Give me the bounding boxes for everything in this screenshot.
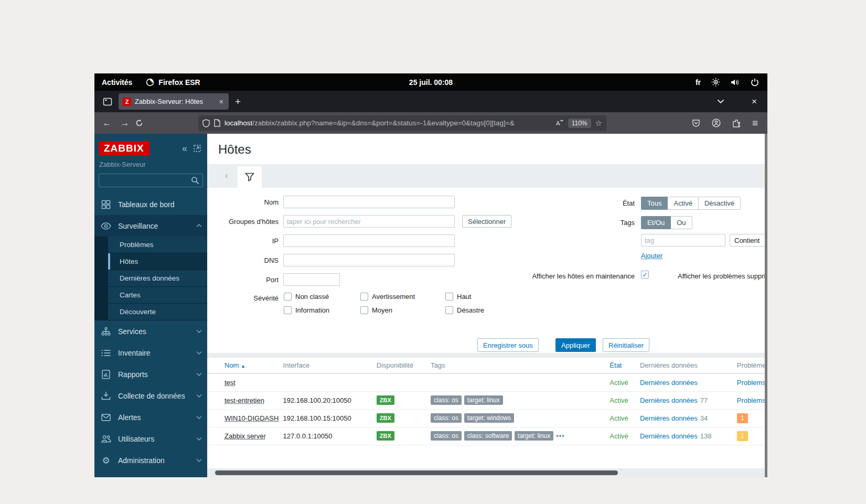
host-name-link[interactable]: WIN10-DIGDASH (224, 414, 279, 422)
filter-collapse-chevron-icon[interactable]: ‹ (225, 170, 228, 181)
extensions-puzzle-icon[interactable] (732, 119, 741, 127)
shield-icon[interactable] (202, 119, 210, 127)
sort-by-name-header[interactable]: Nom ▲ (224, 361, 245, 369)
volume-icon[interactable] (731, 78, 740, 87)
pocket-icon[interactable] (692, 119, 700, 127)
add-tag-link[interactable]: Ajouter (641, 252, 662, 260)
host-name-link[interactable]: test (224, 379, 236, 387)
checkbox[interactable] (284, 293, 292, 301)
tag-operator-select[interactable]: Contient (730, 234, 767, 246)
sidebar-item-users[interactable]: Utilisateurs (94, 428, 207, 449)
host-status[interactable]: Activé (610, 414, 628, 422)
sidebar-item-data-collection[interactable]: Collecte de données (94, 385, 207, 406)
keyboard-layout-indicator[interactable]: fr (696, 78, 701, 87)
severity-disaster[interactable]: Désastre (445, 306, 484, 314)
latest-data-link[interactable]: Dernières données (640, 414, 698, 422)
vertical-scrollbar[interactable] (765, 134, 767, 477)
reload-icon[interactable] (135, 119, 150, 127)
filter-tab[interactable] (238, 166, 262, 188)
status-enabled-button[interactable]: Activé (668, 197, 698, 210)
sidebar-item-reports[interactable]: Rapports (94, 363, 207, 385)
sidebar-search-input[interactable] (102, 177, 191, 185)
host-status[interactable]: Activé (610, 432, 628, 440)
latest-data-link[interactable]: Dernières données (640, 396, 698, 404)
port-input[interactable] (283, 273, 340, 286)
tag-chip[interactable]: target: linux (515, 431, 553, 441)
sort-by-status-header[interactable]: État (610, 361, 622, 369)
sidebar-item-alerts[interactable]: Alertes (94, 406, 207, 428)
sidebar-item-services[interactable]: Services (94, 320, 207, 342)
zabbix-logo[interactable]: ZABBIX (99, 141, 149, 156)
severity-average[interactable]: Moyen (360, 306, 392, 314)
problems-link[interactable]: Problems (737, 396, 766, 404)
severity-warning[interactable]: Avertissement (360, 293, 415, 301)
list-tabs-chevron-icon[interactable] (717, 99, 724, 104)
tag-chip[interactable]: class: os (431, 395, 462, 405)
apply-button[interactable]: Appliquer (555, 338, 596, 352)
select-button[interactable]: Sélectionner (462, 215, 511, 228)
maintenance-checkbox[interactable]: ✓ (641, 271, 649, 278)
page-info-icon[interactable] (214, 119, 220, 127)
search-icon[interactable] (191, 176, 199, 185)
firefox-view-icon[interactable] (101, 95, 114, 109)
new-tab-button[interactable]: + (229, 96, 247, 108)
url-bar[interactable]: localhost/zabbix/zabbix.php?name=&ip=&dn… (198, 115, 606, 131)
sidebar-item-discovery[interactable]: Découverte (108, 304, 207, 320)
menu-hamburger-icon[interactable]: ≡ (752, 117, 758, 129)
severity-high[interactable]: Haut (445, 293, 471, 301)
zoom-level-badge[interactable]: 110% (568, 119, 591, 128)
problems-link[interactable]: Problems (737, 379, 766, 387)
translate-icon[interactable]: A̶ (555, 120, 564, 127)
dns-input[interactable] (283, 254, 455, 266)
url-text[interactable]: localhost/zabbix/zabbix.php?name=&ip=&dn… (224, 119, 551, 127)
problem-count-badge[interactable]: 1 (737, 431, 748, 441)
tag-chip[interactable]: class: os (431, 413, 462, 423)
checkbox[interactable] (360, 306, 368, 314)
latest-data-link[interactable]: Dernières données (640, 379, 698, 387)
sidebar-item-hosts[interactable]: Hôtes (108, 253, 207, 270)
sidebar-expand-icon[interactable] (194, 145, 201, 152)
back-button[interactable]: ← (100, 118, 114, 128)
sidebar-item-dashboards[interactable]: Tableaux de bord (94, 194, 207, 215)
sidebar-item-maps[interactable]: Cartes (108, 287, 207, 304)
severity-information[interactable]: Information (284, 306, 329, 314)
save-as-button[interactable]: Enregistrer sous (477, 338, 539, 352)
tags-or-button[interactable]: Ou (671, 216, 692, 229)
account-icon[interactable] (712, 119, 721, 127)
window-close-icon[interactable]: × (752, 96, 757, 107)
bookmark-star-icon[interactable]: ☆ (595, 119, 602, 128)
host-name-link[interactable]: test-entretien (224, 396, 264, 404)
status-all-button[interactable]: Tous (641, 197, 668, 210)
horizontal-scrollbar[interactable] (215, 470, 618, 475)
tab-close-icon[interactable]: × (218, 98, 224, 106)
sidebar-item-inventory[interactable]: Inventaire (94, 342, 207, 363)
host-status[interactable]: Activé (610, 396, 628, 404)
name-input[interactable] (283, 196, 455, 208)
latest-data-link[interactable]: Dernières données (640, 432, 698, 440)
tag-chip[interactable]: target: linux (464, 395, 503, 405)
sidebar-item-latest-data[interactable]: Dernières données (108, 270, 207, 287)
tag-chip[interactable]: class: software (464, 431, 512, 441)
browser-tab[interactable]: Z Zabbix-Serveur: Hôtes × (119, 93, 229, 110)
problem-count-badge[interactable]: 1 (737, 413, 748, 423)
sidebar-item-monitoring[interactable]: Surveillance (94, 215, 207, 237)
checkbox[interactable] (445, 293, 453, 301)
status-disabled-button[interactable]: Désactivé (699, 197, 741, 210)
power-icon[interactable] (751, 78, 759, 87)
sidebar-search[interactable] (99, 174, 203, 187)
tag-chip[interactable]: target: windows (464, 413, 514, 423)
host-name-link[interactable]: Zabbix server (224, 432, 266, 440)
checkbox[interactable] (445, 306, 453, 314)
tag-chip[interactable]: class: os (431, 431, 462, 441)
brightness-icon[interactable] (711, 78, 720, 87)
forward-button[interactable]: → (117, 118, 132, 128)
reset-button[interactable]: Réinitialiser (603, 338, 649, 352)
checkbox[interactable] (360, 293, 368, 301)
checkbox[interactable] (284, 306, 292, 314)
ip-input[interactable] (283, 234, 455, 247)
tag-input[interactable] (641, 234, 725, 246)
host-groups-input[interactable] (283, 215, 455, 228)
severity-not-classified[interactable]: Non classé (284, 293, 329, 301)
more-tags-ellipsis[interactable]: ••• (556, 432, 565, 439)
sidebar-collapse-icon[interactable]: « (182, 143, 187, 154)
